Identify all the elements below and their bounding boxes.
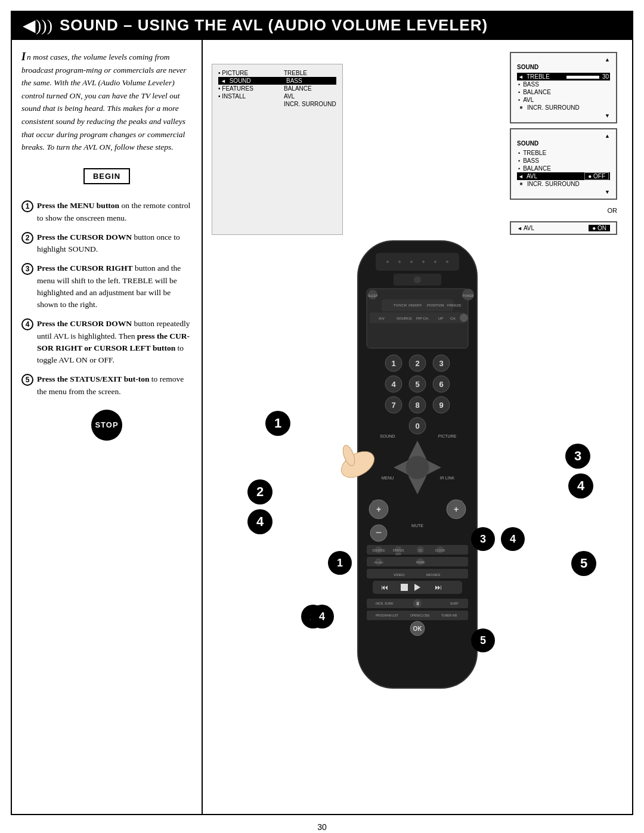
or-label: OR (608, 207, 618, 214)
menu-row-sound-highlighted: ◄ SOUND BASS (218, 77, 336, 85)
page-header: ◀))) Sound – Using the AVL (Audio Volume… (11, 11, 633, 40)
step-num-4-left-overlay: 4 (247, 509, 273, 534)
svg-text:8: 8 (415, 401, 419, 410)
svg-text:4: 4 (391, 380, 396, 389)
step-num-5-overlay: 5 (571, 551, 596, 576)
svg-text:SOUND: SOUND (380, 434, 395, 438)
svg-text:IR LINK: IR LINK (440, 476, 455, 480)
step-4-bold: Press the CURSOR DOWN (37, 319, 132, 328)
svg-text:5: 5 (415, 380, 419, 389)
svg-text:HOME: HOME (416, 561, 426, 564)
step-num-2-overlay: 2 (247, 479, 273, 504)
step-num-4-right-overlay: 4 (568, 473, 593, 498)
svg-rect-80 (367, 569, 468, 578)
step-5-number: 5 (21, 373, 37, 386)
svg-text:+: + (376, 504, 381, 514)
menu-row-picture: • PICTURE TREBLE (218, 69, 336, 77)
svg-text:⏮: ⏮ (381, 583, 388, 592)
balance-item2: • BALANCE (517, 165, 610, 172)
step-5-bold: Press the STATUS/EXIT but-ton (37, 374, 149, 383)
svg-text:6: 6 (439, 380, 443, 389)
svg-text:PICTURE: PICTURE (438, 434, 457, 438)
svg-text:FREEZE: FREEZE (447, 304, 462, 307)
menu-row-features: • FEATURES BALANCE (218, 85, 336, 92)
svg-text:0: 0 (415, 422, 419, 431)
sound-menu-avl-off: ▲ SOUND • TREBLE • BASS • BALANCE ◄ AVL (510, 128, 617, 200)
step-overlay-2-right: 4 (310, 605, 334, 628)
svg-text:SOURCE: SOURCE (397, 317, 412, 320)
svg-text:CH.: CH. (450, 317, 457, 320)
svg-text:−: − (376, 527, 382, 538)
svg-point-9 (414, 276, 421, 283)
stop-badge-container: STOP (21, 410, 192, 441)
svg-text:VIDEO: VIDEO (394, 573, 405, 577)
treble-item2: • TREBLE (517, 149, 610, 157)
svg-text:7: 7 (391, 401, 395, 410)
svg-text:MUTE: MUTE (411, 524, 423, 528)
balance-item: • BALANCE (517, 88, 610, 96)
avl-item-highlighted: ◄ AVL ● OFF (517, 172, 610, 180)
begin-badge: BEGIN (83, 168, 130, 185)
svg-point-2 (386, 261, 389, 263)
svg-text:SOURCE: SOURCE (372, 549, 385, 552)
left-panel: In most cases, the volume levels coming … (12, 40, 203, 814)
step-1-bold: Press the MENU button (37, 201, 119, 210)
step-4-number: 4 (21, 317, 37, 331)
svg-text:ON/OFF: ON/OFF (408, 304, 422, 307)
svg-text:ITR-REC: ITR-REC (374, 561, 383, 564)
bass-item: • BASS (517, 80, 610, 88)
treble-item-highlighted: ◄ TREBLE 30 (517, 73, 610, 80)
page-title: Sound – Using the AVL (Audio Volume Leve… (60, 16, 488, 35)
svg-text:CLOCK: CLOCK (435, 549, 445, 552)
svg-text:POWER: POWER (463, 294, 474, 298)
svg-text:SLEEP: SLEEP (368, 294, 378, 298)
page-number: 30 (0, 815, 644, 833)
incr-surround-item2: ◾ INCR. SURROUND (517, 180, 610, 188)
remote-area: 1 2 3 4 4 5 (209, 235, 626, 724)
stop-icon: STOP (91, 410, 122, 441)
menu-row-incr-surround: INCR. SURROUND (218, 100, 336, 108)
svg-text:+: + (454, 504, 459, 514)
svg-text:TV/VCR: TV/VCR (394, 304, 407, 307)
svg-text:OK: OK (413, 625, 423, 632)
svg-point-6 (434, 261, 436, 263)
svg-text:1: 1 (391, 359, 395, 368)
svg-point-26 (460, 314, 468, 322)
svg-text:POSITION: POSITION (427, 304, 444, 307)
svg-text:MENU: MENU (382, 476, 394, 480)
step-overlay-1: 1 (328, 551, 352, 575)
svg-text:STATUS: STATUS (393, 549, 405, 552)
step-1-number: 1 (21, 199, 37, 213)
svg-text:MOVIES: MOVIES (426, 573, 440, 577)
right-column-menus: ▲ SOUND ◄ TREBLE 30 • BASS • BAL (510, 52, 617, 235)
svg-text:OPEN/CLOSE: OPEN/CLOSE (410, 614, 430, 617)
svg-text:TUNER A/B: TUNER A/B (441, 614, 457, 617)
right-panel: • PICTURE TREBLE ◄ SOUND BASS • FEATURES… (203, 40, 632, 814)
step-overlay-4: 4 (501, 527, 525, 551)
dropcap: I (21, 51, 26, 64)
svg-text:SURF: SURF (450, 602, 459, 605)
step-2: 2 Press the CURSOR DOWN button once to h… (21, 231, 192, 256)
svg-text:2: 2 (415, 359, 419, 368)
svg-text:9: 9 (439, 401, 443, 410)
step-overlay-5: 5 (471, 628, 495, 652)
svg-point-3 (398, 261, 401, 263)
menu-row-install: • INSTALL AVL (218, 92, 336, 100)
step-3-bold: Press the CURSOR RIGHT (37, 264, 133, 272)
main-content: In most cases, the volume levels coming … (11, 40, 633, 815)
bass-item2: • BASS (517, 157, 610, 165)
svg-point-53 (405, 456, 429, 479)
svg-point-4 (410, 261, 413, 263)
avl-on-box: ◄ AVL ● ON (510, 221, 617, 235)
svg-point-5 (422, 261, 425, 263)
svg-rect-85 (401, 584, 408, 591)
step-overlay-3: 3 (471, 527, 495, 551)
svg-text:3: 3 (439, 359, 443, 368)
avl-item: • AVL (517, 96, 610, 104)
svg-text:⏭: ⏭ (435, 583, 442, 592)
step-num-3-overlay: 3 (565, 444, 590, 469)
svg-text:UP: UP (438, 317, 443, 320)
svg-text:CC: CC (418, 549, 423, 552)
svg-text:⏸: ⏸ (415, 601, 420, 606)
step-1: 1 Press the MENU button on the remote co… (21, 200, 192, 224)
